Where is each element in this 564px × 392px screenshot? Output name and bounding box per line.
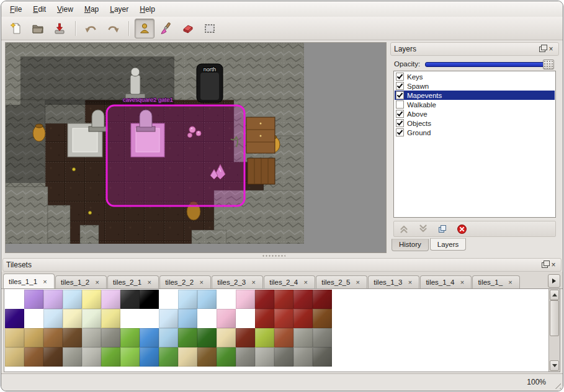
tileset-tab[interactable]: tiles_1_ × — [472, 275, 520, 288]
tileset-tile[interactable] — [217, 309, 236, 328]
horizontal-splitter[interactable] — [1, 253, 563, 258]
tileset-tile[interactable] — [120, 328, 140, 347]
layer-row[interactable]: Ground — [395, 128, 555, 137]
tileset-tile[interactable] — [255, 347, 274, 367]
tileset-tile[interactable] — [217, 328, 236, 347]
tileset-tile[interactable] — [43, 309, 63, 328]
layer-row[interactable]: Spawn — [395, 81, 555, 91]
tileset-tile[interactable] — [5, 309, 24, 328]
tileset-tab[interactable]: tiles_2_1 × — [107, 275, 159, 288]
tileset-tile[interactable] — [24, 328, 43, 347]
scrollbar-thumb[interactable] — [550, 300, 559, 336]
tileset-tab[interactable]: tiles_2_3 × — [212, 275, 263, 288]
selection-rect[interactable] — [107, 105, 244, 206]
tileset-tile[interactable] — [274, 290, 293, 309]
tileset-tile[interactable] — [101, 328, 120, 347]
tab-close-icon[interactable]: × — [458, 278, 466, 287]
tileset-tile[interactable] — [217, 290, 236, 309]
tileset-tile[interactable] — [101, 309, 120, 328]
close-icon[interactable]: × — [549, 261, 558, 269]
tileset-tile[interactable] — [101, 290, 120, 309]
tileset-tile[interactable] — [197, 290, 217, 309]
resize-grip-icon[interactable] — [552, 380, 561, 389]
tileset-tile[interactable] — [140, 309, 159, 328]
lower-layer-button[interactable] — [417, 223, 429, 235]
tab-close-icon[interactable]: × — [249, 278, 257, 287]
layer-checkbox[interactable] — [396, 100, 404, 109]
tileset-vscrollbar[interactable] — [548, 289, 560, 372]
layer-checkbox[interactable] — [396, 110, 404, 118]
tileset-tile[interactable] — [178, 309, 197, 328]
tileset-tile[interactable] — [197, 309, 217, 328]
tileset-tab[interactable]: tiles_2_2 × — [159, 275, 211, 288]
layer-checkbox[interactable] — [396, 91, 404, 99]
tileset-tile[interactable] — [255, 309, 274, 328]
raise-layer-button[interactable] — [398, 223, 410, 235]
tileset-tile[interactable] — [293, 309, 313, 328]
tileset-tile[interactable] — [313, 290, 332, 309]
tab-close-icon[interactable]: × — [506, 278, 514, 287]
tileset-tile[interactable] — [140, 328, 159, 347]
tileset-tile[interactable] — [24, 290, 43, 309]
tileset-tile[interactable] — [82, 328, 101, 347]
layer-checkbox[interactable] — [396, 73, 404, 81]
tab-close-icon[interactable]: × — [406, 278, 414, 287]
tileset-tile[interactable] — [82, 347, 101, 367]
float-icon[interactable] — [540, 261, 549, 269]
tileset-tile[interactable] — [43, 347, 63, 367]
tileset-tile[interactable] — [159, 290, 178, 309]
layer-row[interactable]: Walkable — [395, 100, 555, 109]
scroll-up-button[interactable] — [550, 290, 559, 300]
tab-close-icon[interactable]: × — [354, 278, 362, 287]
tileset-tile[interactable] — [159, 347, 178, 367]
close-icon[interactable]: × — [547, 45, 555, 53]
tileset-tile[interactable] — [43, 328, 63, 347]
tileset-tile[interactable] — [120, 290, 140, 309]
tileset-tile[interactable] — [178, 290, 197, 309]
tileset-tile[interactable] — [197, 347, 217, 367]
eraser-tool-button[interactable] — [178, 19, 198, 38]
redo-button[interactable] — [103, 19, 123, 38]
tab-layers[interactable]: Layers — [430, 238, 467, 251]
delete-layer-button[interactable] — [455, 223, 468, 235]
new-file-button[interactable] — [6, 19, 26, 38]
tileset-tile[interactable] — [236, 347, 255, 367]
tileset-tile[interactable] — [274, 328, 293, 347]
tileset-tile[interactable] — [313, 309, 332, 328]
opacity-slider[interactable] — [425, 59, 554, 69]
menu-edit[interactable]: Edit — [28, 3, 51, 16]
menu-view[interactable]: View — [52, 3, 78, 16]
tileset-tile[interactable] — [101, 347, 120, 367]
tileset-tile[interactable] — [63, 328, 82, 347]
tileset-tile[interactable] — [24, 309, 43, 328]
tileset-tab[interactable]: tiles_1_1 × — [3, 274, 55, 289]
tileset-tile[interactable] — [255, 328, 274, 347]
tileset-tile[interactable] — [120, 347, 140, 367]
tileset-tile[interactable] — [293, 290, 313, 309]
tab-close-icon[interactable]: × — [41, 278, 49, 286]
layer-row[interactable]: Keys — [395, 72, 555, 81]
tileset-tile[interactable] — [120, 309, 140, 328]
save-button[interactable] — [50, 19, 69, 38]
tileset-tab[interactable]: tiles_1_2 × — [55, 275, 107, 288]
tileset-tile[interactable] — [63, 290, 82, 309]
tileset-tab[interactable]: tiles_2_4 × — [264, 275, 315, 288]
tileset-tile[interactable] — [63, 347, 82, 367]
tileset-grid[interactable] — [5, 290, 332, 367]
layer-row[interactable]: Above — [395, 109, 555, 118]
tileset-tile[interactable] — [274, 347, 293, 367]
menu-map[interactable]: Map — [79, 3, 104, 16]
tileset-tile[interactable] — [293, 328, 313, 347]
tileset-tile[interactable] — [140, 290, 159, 309]
menu-file[interactable]: File — [5, 3, 27, 16]
tab-close-icon[interactable]: × — [197, 278, 205, 287]
undo-button[interactable] — [81, 19, 101, 38]
duplicate-layer-button[interactable] — [436, 223, 449, 235]
tileset-tile[interactable] — [178, 328, 197, 347]
stamp-tool-button[interactable] — [135, 19, 154, 38]
menu-help[interactable]: Help — [135, 3, 160, 16]
layer-checkbox[interactable] — [396, 128, 404, 136]
tileset-tile[interactable] — [5, 328, 24, 347]
map-canvas[interactable]: cavesquare2 gate1 north — [6, 43, 304, 244]
tileset-tile[interactable] — [63, 309, 82, 328]
